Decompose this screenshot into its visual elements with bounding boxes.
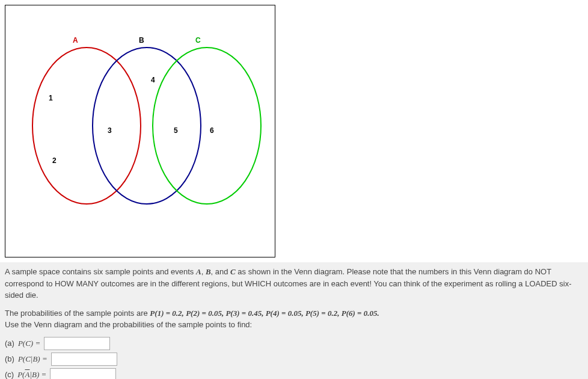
p3: P(3) = 0.45, — [225, 309, 265, 318]
answer-input-b[interactable] — [51, 353, 117, 366]
q-c-label: (c) — [5, 369, 14, 379]
p4: P(4) = 0.05, — [266, 309, 305, 318]
var-a: A — [196, 267, 201, 276]
and-text: , and — [211, 267, 231, 276]
q-c-pre: P( — [17, 370, 25, 379]
q-a-expr: P(C) = — [18, 337, 40, 350]
p6: P(6) = 0.05. — [341, 309, 379, 318]
q-a-label: (a) — [5, 337, 14, 350]
q-b-expr: P(C|B) = — [18, 353, 47, 365]
q-b-label: (b) — [5, 353, 14, 365]
prob-values: P(1) = 0.2, P(2) = 0.05, P(3) = 0.45, P(… — [150, 309, 379, 318]
set-c-ellipse — [153, 48, 261, 204]
comma1: , — [201, 267, 206, 276]
point-2: 2 — [52, 156, 57, 165]
answer-input-a[interactable] — [44, 337, 110, 350]
set-a-ellipse — [32, 48, 141, 204]
prob-lead: The probabilities of the sample points a… — [5, 309, 150, 318]
point-3: 3 — [108, 126, 112, 135]
answer-input-c[interactable] — [50, 368, 116, 380]
venn-diagram-frame: A B C 1 2 3 4 5 6 — [5, 5, 275, 257]
set-b-ellipse — [93, 48, 201, 204]
instruction: Use the Venn diagram and the probabiliti… — [5, 320, 252, 329]
label-a: A — [73, 36, 78, 45]
point-5: 5 — [174, 126, 178, 135]
probabilities-paragraph: The probabilities of the sample points a… — [5, 307, 583, 331]
venn-diagram-svg: A B C 1 2 3 4 5 6 — [5, 5, 276, 258]
var-b: B — [206, 267, 211, 276]
point-1: 1 — [49, 94, 53, 102]
question-b-row: (b) P(C|B) = — [5, 353, 583, 366]
q-c-expr: P(A|B) = — [17, 369, 46, 379]
question-a-row: (a) P(C) = — [5, 337, 583, 350]
p1: P(1) = 0.2, — [150, 309, 186, 318]
var-c: C — [230, 267, 236, 276]
label-c: C — [195, 36, 201, 45]
q-c-post: |B) = — [29, 370, 46, 379]
question-c-row: (c) P(A|B) = — [5, 368, 583, 380]
p5: P(5) = 0.2, — [305, 309, 341, 318]
label-b: B — [139, 36, 144, 45]
intro-paragraph: A sample space contains six sample point… — [5, 266, 583, 301]
point-4: 4 — [151, 76, 155, 84]
problem-text: A sample space contains six sample point… — [0, 262, 588, 379]
point-6: 6 — [210, 126, 214, 135]
p2: P(2) = 0.05, — [186, 309, 225, 318]
intro-pre: A sample space contains six sample point… — [5, 267, 196, 276]
